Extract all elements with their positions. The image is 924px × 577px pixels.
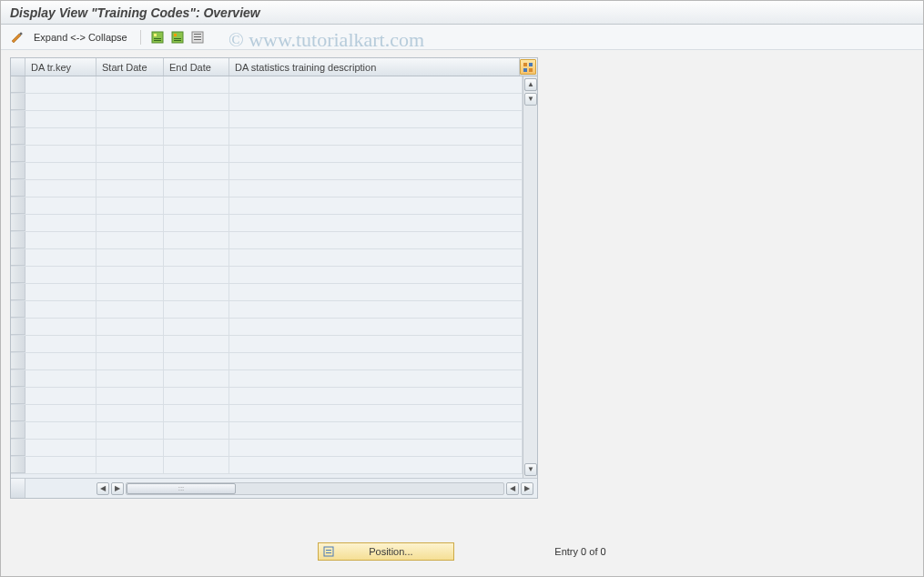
cell-da-trkey[interactable] [25, 405, 96, 421]
row-selector[interactable] [11, 457, 25, 473]
cell-start-date[interactable] [96, 422, 164, 439]
cell-start-date[interactable] [96, 353, 164, 369]
cell-da-trkey[interactable] [25, 353, 96, 369]
row-selector[interactable] [11, 370, 25, 387]
horizontal-scrollbar[interactable]: ◀ ▶ ::: ◀ ▶ [96, 481, 537, 496]
cell-description[interactable] [229, 163, 523, 179]
hscroll-thumb[interactable]: ::: [127, 483, 236, 494]
table-row[interactable] [11, 163, 523, 180]
cell-description[interactable] [229, 440, 523, 456]
table-row[interactable] [11, 197, 523, 215]
row-selector[interactable] [11, 336, 25, 352]
cell-end-date[interactable] [164, 336, 229, 352]
cell-start-date[interactable] [96, 301, 164, 318]
cell-end-date[interactable] [164, 197, 229, 214]
select-all-icon[interactable] [150, 30, 165, 45]
table-row[interactable] [11, 249, 523, 267]
table-row[interactable] [11, 422, 523, 440]
cell-description[interactable] [229, 319, 523, 335]
cell-da-trkey[interactable] [25, 180, 96, 197]
table-row[interactable] [11, 215, 523, 232]
hscroll-track[interactable]: ::: [126, 482, 504, 495]
row-selector[interactable] [11, 422, 25, 439]
scroll-left-button[interactable]: ◀ [96, 482, 109, 495]
table-row[interactable] [11, 336, 523, 353]
row-selector[interactable] [11, 197, 25, 214]
table-row[interactable] [11, 388, 523, 405]
table-row[interactable] [11, 76, 523, 94]
table-row[interactable] [11, 146, 523, 163]
scroll-left-end-button[interactable]: ◀ [506, 482, 519, 495]
row-selector[interactable] [11, 440, 25, 456]
cell-description[interactable] [229, 422, 523, 439]
cell-description[interactable] [229, 405, 523, 421]
cell-description[interactable] [229, 284, 523, 300]
table-row[interactable] [11, 370, 523, 388]
cell-end-date[interactable] [164, 111, 229, 127]
cell-end-date[interactable] [164, 94, 229, 110]
table-row[interactable] [11, 353, 523, 370]
row-selector[interactable] [11, 76, 25, 93]
cell-start-date[interactable] [96, 319, 164, 335]
row-selector[interactable] [11, 301, 25, 318]
display-change-toggle-icon[interactable] [10, 30, 25, 45]
table-row[interactable] [11, 128, 523, 146]
cell-description[interactable] [229, 353, 523, 369]
cell-description[interactable] [229, 301, 523, 318]
cell-start-date[interactable] [96, 111, 164, 127]
table-row[interactable] [11, 440, 523, 457]
cell-start-date[interactable] [96, 76, 164, 93]
cell-end-date[interactable] [164, 232, 229, 248]
cell-da-trkey[interactable] [25, 284, 96, 300]
table-row[interactable] [11, 301, 523, 319]
cell-end-date[interactable] [164, 180, 229, 197]
row-selector[interactable] [11, 180, 25, 197]
row-selector[interactable] [11, 94, 25, 110]
cell-da-trkey[interactable] [25, 215, 96, 231]
cell-end-date[interactable] [164, 319, 229, 335]
cell-end-date[interactable] [164, 457, 229, 473]
scroll-up-end-button[interactable]: ▲ [524, 78, 537, 91]
table-row[interactable] [11, 457, 523, 474]
cell-end-date[interactable] [164, 301, 229, 318]
cell-da-trkey[interactable] [25, 267, 96, 283]
cell-description[interactable] [229, 111, 523, 127]
cell-start-date[interactable] [96, 180, 164, 197]
column-header-end-date[interactable]: End Date [164, 58, 229, 76]
cell-da-trkey[interactable] [25, 440, 96, 456]
cell-start-date[interactable] [96, 232, 164, 248]
cell-da-trkey[interactable] [25, 388, 96, 404]
cell-start-date[interactable] [96, 128, 164, 145]
cell-da-trkey[interactable] [25, 197, 96, 214]
cell-description[interactable] [229, 232, 523, 248]
row-selector[interactable] [11, 388, 25, 404]
cell-end-date[interactable] [164, 440, 229, 456]
cell-end-date[interactable] [164, 163, 229, 179]
row-selector[interactable] [11, 353, 25, 369]
cell-da-trkey[interactable] [25, 457, 96, 473]
cell-description[interactable] [229, 457, 523, 473]
cell-start-date[interactable] [96, 388, 164, 404]
row-selector[interactable] [11, 146, 25, 162]
cell-end-date[interactable] [164, 353, 229, 369]
cell-da-trkey[interactable] [25, 232, 96, 248]
cell-description[interactable] [229, 388, 523, 404]
expand-collapse-button[interactable]: Expand <-> Collapse [30, 32, 131, 43]
cell-start-date[interactable] [96, 336, 164, 352]
cell-da-trkey[interactable] [25, 111, 96, 127]
table-row[interactable] [11, 284, 523, 301]
row-selector[interactable] [11, 249, 25, 266]
table-settings-icon[interactable] [520, 59, 536, 75]
select-block-icon[interactable] [170, 30, 185, 45]
table-row[interactable] [11, 94, 523, 111]
cell-start-date[interactable] [96, 440, 164, 456]
cell-da-trkey[interactable] [25, 76, 96, 93]
table-row[interactable] [11, 267, 523, 284]
scroll-right-end-button[interactable]: ▶ [521, 482, 533, 495]
deselect-all-icon[interactable] [190, 30, 205, 45]
table-row[interactable] [11, 405, 523, 422]
row-selector[interactable] [11, 111, 25, 127]
cell-da-trkey[interactable] [25, 319, 96, 335]
cell-description[interactable] [229, 197, 523, 214]
row-selector[interactable] [11, 267, 25, 283]
